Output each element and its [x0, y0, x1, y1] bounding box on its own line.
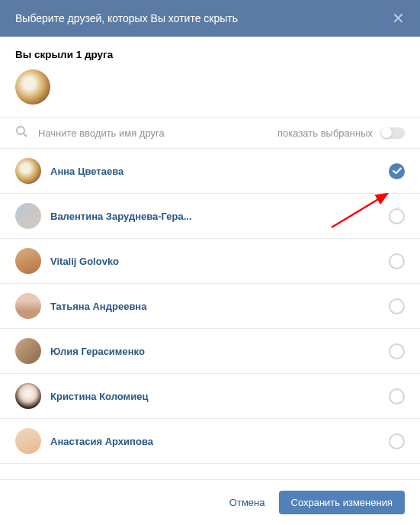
checkbox[interactable] — [389, 253, 405, 269]
avatar — [15, 248, 41, 274]
avatar — [15, 158, 41, 184]
friend-name: Анастасия Архипова — [50, 436, 389, 447]
cancel-button[interactable]: Отмена — [229, 497, 265, 508]
search-input[interactable] — [38, 127, 277, 139]
friend-row[interactable]: Юлия Герасименко — [0, 329, 420, 374]
avatar — [15, 383, 41, 409]
modal-header: Выберите друзей, которых Вы хотите скрыт… — [0, 0, 420, 37]
friend-row[interactable]: Татьяна Андреевна — [0, 284, 420, 329]
avatar — [15, 338, 41, 364]
avatar — [15, 203, 41, 229]
friend-row[interactable]: Анастасия Архипова — [0, 419, 420, 464]
search-row: показать выбранных — [0, 117, 420, 149]
friend-name: Кристина Коломиец — [50, 391, 389, 402]
show-selected-label: показать выбранных — [277, 127, 373, 139]
checkbox-checked[interactable] — [389, 163, 405, 179]
friend-name: Татьяна Андреевна — [50, 301, 389, 312]
show-selected-toggle[interactable] — [380, 127, 405, 139]
checkbox[interactable] — [389, 388, 405, 404]
hidden-friend-avatar[interactable] — [15, 69, 50, 105]
save-button[interactable]: Сохранить изменения — [279, 491, 406, 514]
hidden-friends-section: Вы скрыли 1 друга — [0, 37, 420, 117]
friend-name: Валентина Заруднева-Гера... — [50, 211, 389, 222]
checkbox[interactable] — [389, 343, 405, 359]
close-icon[interactable]: ✕ — [392, 11, 405, 26]
friend-row[interactable]: Анна Цветаева — [0, 149, 420, 194]
checkbox[interactable] — [389, 298, 405, 314]
friend-name: Vitalij Golovko — [50, 256, 389, 267]
search-icon — [15, 125, 27, 140]
hidden-count-label: Вы скрыли 1 друга — [15, 49, 405, 60]
friend-row[interactable]: Валентина Заруднева-Гера... — [0, 194, 420, 239]
avatar — [15, 293, 41, 319]
checkbox[interactable] — [389, 208, 405, 224]
friend-name: Анна Цветаева — [50, 166, 389, 177]
friend-name: Юлия Герасименко — [50, 346, 389, 357]
avatar — [15, 428, 41, 454]
modal-footer: Отмена Сохранить изменения — [0, 479, 420, 525]
checkbox[interactable] — [389, 433, 405, 449]
friend-list: Анна Цветаева Валентина Заруднева-Гера..… — [0, 149, 420, 464]
friend-row[interactable]: Кристина Коломиец — [0, 374, 420, 419]
svg-line-1 — [24, 134, 27, 137]
modal-title: Выберите друзей, которых Вы хотите скрыт… — [15, 12, 238, 24]
friend-row[interactable]: Vitalij Golovko — [0, 239, 420, 284]
